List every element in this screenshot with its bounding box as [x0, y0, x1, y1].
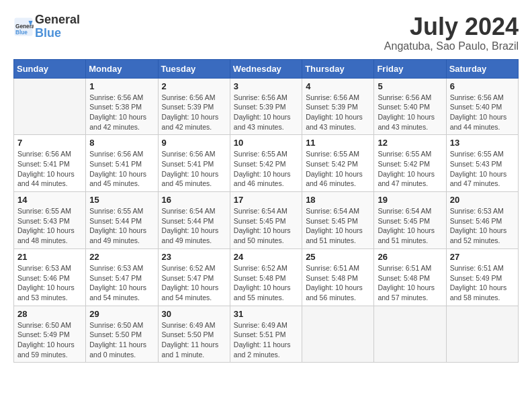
day-number: 14 [17, 195, 82, 205]
day-info: Sunrise: 6:55 AM Sunset: 5:42 PM Dayligh… [234, 149, 298, 189]
day-info: Sunrise: 6:56 AM Sunset: 5:38 PM Dayligh… [89, 93, 154, 132]
location-title: Angatuba, Sao Paulo, Brazil [384, 40, 519, 52]
calendar-cell: 19Sunrise: 6:54 AM Sunset: 5:45 PM Dayli… [374, 192, 446, 249]
calendar-cell: 18Sunrise: 6:54 AM Sunset: 5:45 PM Dayli… [302, 192, 374, 249]
day-header-wednesday: Wednesday [230, 59, 302, 78]
calendar-cell: 13Sunrise: 6:55 AM Sunset: 5:43 PM Dayli… [446, 135, 518, 192]
calendar-cell [374, 306, 446, 363]
calendar-cell [302, 306, 374, 363]
day-info: Sunrise: 6:54 AM Sunset: 5:44 PM Dayligh… [162, 206, 226, 246]
calendar-cell: 29Sunrise: 6:50 AM Sunset: 5:50 PM Dayli… [86, 306, 158, 363]
day-info: Sunrise: 6:54 AM Sunset: 5:45 PM Dayligh… [306, 206, 370, 246]
calendar-cell: 14Sunrise: 6:55 AM Sunset: 5:43 PM Dayli… [14, 192, 86, 249]
calendar-cell: 3Sunrise: 6:56 AM Sunset: 5:39 PM Daylig… [230, 78, 302, 135]
day-header-thursday: Thursday [302, 59, 374, 78]
day-header-saturday: Saturday [446, 59, 518, 78]
calendar-week-row: 21Sunrise: 6:53 AM Sunset: 5:46 PM Dayli… [14, 248, 519, 306]
day-number: 23 [162, 252, 226, 262]
calendar-cell: 4Sunrise: 6:56 AM Sunset: 5:39 PM Daylig… [302, 78, 374, 135]
day-number: 4 [306, 81, 370, 91]
title-area: July 2024 Angatuba, Sao Paulo, Brazil [384, 13, 519, 52]
day-info: Sunrise: 6:56 AM Sunset: 5:39 PM Dayligh… [306, 93, 370, 132]
calendar-cell: 11Sunrise: 6:55 AM Sunset: 5:42 PM Dayli… [302, 135, 374, 192]
day-number: 28 [17, 309, 82, 319]
day-number: 24 [234, 252, 298, 262]
day-info: Sunrise: 6:50 AM Sunset: 5:50 PM Dayligh… [89, 320, 154, 360]
day-number: 11 [306, 138, 370, 148]
calendar-cell: 20Sunrise: 6:53 AM Sunset: 5:46 PM Dayli… [446, 192, 518, 249]
calendar-cell [446, 306, 518, 363]
calendar-cell: 16Sunrise: 6:54 AM Sunset: 5:44 PM Dayli… [158, 192, 230, 249]
day-header-friday: Friday [374, 59, 446, 78]
day-number: 31 [234, 309, 298, 319]
day-header-monday: Monday [86, 59, 158, 78]
day-info: Sunrise: 6:49 AM Sunset: 5:51 PM Dayligh… [234, 320, 298, 360]
calendar-cell: 6Sunrise: 6:56 AM Sunset: 5:40 PM Daylig… [446, 78, 518, 135]
calendar-cell: 1Sunrise: 6:56 AM Sunset: 5:38 PM Daylig… [86, 78, 158, 135]
day-number: 18 [306, 195, 370, 205]
calendar-cell: 26Sunrise: 6:51 AM Sunset: 5:48 PM Dayli… [374, 248, 446, 306]
calendar-cell: 7Sunrise: 6:56 AM Sunset: 5:41 PM Daylig… [14, 135, 86, 192]
day-info: Sunrise: 6:54 AM Sunset: 5:45 PM Dayligh… [234, 206, 298, 246]
calendar-cell: 9Sunrise: 6:56 AM Sunset: 5:41 PM Daylig… [158, 135, 230, 192]
day-number: 2 [162, 81, 226, 91]
calendar-header-row: SundayMondayTuesdayWednesdayThursdayFrid… [14, 59, 519, 78]
day-number: 6 [450, 81, 515, 91]
day-number: 5 [378, 81, 442, 91]
calendar-cell: 28Sunrise: 6:50 AM Sunset: 5:49 PM Dayli… [14, 306, 86, 363]
day-number: 30 [162, 309, 226, 319]
day-info: Sunrise: 6:50 AM Sunset: 5:49 PM Dayligh… [17, 320, 82, 360]
day-number: 22 [89, 252, 154, 262]
day-number: 1 [89, 81, 154, 91]
day-number: 20 [450, 195, 515, 205]
calendar-cell: 8Sunrise: 6:56 AM Sunset: 5:41 PM Daylig… [86, 135, 158, 192]
day-number: 19 [378, 195, 442, 205]
day-info: Sunrise: 6:54 AM Sunset: 5:45 PM Dayligh… [378, 206, 442, 246]
calendar-cell: 12Sunrise: 6:55 AM Sunset: 5:42 PM Dayli… [374, 135, 446, 192]
day-info: Sunrise: 6:56 AM Sunset: 5:40 PM Dayligh… [450, 93, 515, 132]
calendar-week-row: 14Sunrise: 6:55 AM Sunset: 5:43 PM Dayli… [14, 192, 519, 249]
calendar-cell: 22Sunrise: 6:53 AM Sunset: 5:47 PM Dayli… [86, 248, 158, 306]
calendar-week-row: 1Sunrise: 6:56 AM Sunset: 5:38 PM Daylig… [14, 78, 519, 135]
calendar-cell: 27Sunrise: 6:51 AM Sunset: 5:49 PM Dayli… [446, 248, 518, 306]
day-number: 29 [89, 309, 154, 319]
calendar-cell: 21Sunrise: 6:53 AM Sunset: 5:46 PM Dayli… [14, 248, 86, 306]
calendar-cell: 5Sunrise: 6:56 AM Sunset: 5:40 PM Daylig… [374, 78, 446, 135]
day-info: Sunrise: 6:55 AM Sunset: 5:43 PM Dayligh… [17, 206, 82, 246]
day-info: Sunrise: 6:55 AM Sunset: 5:42 PM Dayligh… [378, 149, 442, 189]
day-number: 25 [306, 252, 370, 262]
calendar-cell: 25Sunrise: 6:51 AM Sunset: 5:48 PM Dayli… [302, 248, 374, 306]
calendar-cell: 15Sunrise: 6:55 AM Sunset: 5:44 PM Dayli… [86, 192, 158, 249]
day-info: Sunrise: 6:49 AM Sunset: 5:50 PM Dayligh… [162, 320, 226, 360]
day-number: 27 [450, 252, 515, 262]
calendar-table: SundayMondayTuesdayWednesdayThursdayFrid… [13, 59, 519, 363]
calendar-cell: 10Sunrise: 6:55 AM Sunset: 5:42 PM Dayli… [230, 135, 302, 192]
logo: General Blue General Blue [13, 13, 80, 40]
calendar-cell: 2Sunrise: 6:56 AM Sunset: 5:39 PM Daylig… [158, 78, 230, 135]
day-info: Sunrise: 6:56 AM Sunset: 5:41 PM Dayligh… [162, 149, 226, 189]
day-header-sunday: Sunday [14, 59, 86, 78]
calendar-cell: 24Sunrise: 6:52 AM Sunset: 5:48 PM Dayli… [230, 248, 302, 306]
day-number: 9 [162, 138, 226, 148]
day-header-tuesday: Tuesday [158, 59, 230, 78]
day-info: Sunrise: 6:56 AM Sunset: 5:41 PM Dayligh… [89, 149, 154, 189]
day-number: 21 [17, 252, 82, 262]
day-number: 7 [17, 138, 82, 148]
day-info: Sunrise: 6:51 AM Sunset: 5:48 PM Dayligh… [378, 263, 442, 303]
logo-text-line2: Blue [35, 27, 80, 40]
day-number: 16 [162, 195, 226, 205]
calendar-week-row: 7Sunrise: 6:56 AM Sunset: 5:41 PM Daylig… [14, 135, 519, 192]
day-info: Sunrise: 6:56 AM Sunset: 5:40 PM Dayligh… [378, 93, 442, 132]
day-number: 26 [378, 252, 442, 262]
day-number: 13 [450, 138, 515, 148]
month-title: July 2024 [384, 13, 519, 40]
day-info: Sunrise: 6:52 AM Sunset: 5:47 PM Dayligh… [162, 263, 226, 303]
page-header: General Blue General Blue July 2024 Anga… [13, 13, 519, 52]
calendar-cell [14, 78, 86, 135]
calendar-cell: 31Sunrise: 6:49 AM Sunset: 5:51 PM Dayli… [230, 306, 302, 363]
day-info: Sunrise: 6:53 AM Sunset: 5:46 PM Dayligh… [450, 206, 515, 246]
day-info: Sunrise: 6:55 AM Sunset: 5:42 PM Dayligh… [306, 149, 370, 189]
day-info: Sunrise: 6:56 AM Sunset: 5:41 PM Dayligh… [17, 149, 82, 189]
svg-text:Blue: Blue [15, 29, 28, 35]
day-info: Sunrise: 6:53 AM Sunset: 5:46 PM Dayligh… [17, 263, 82, 303]
